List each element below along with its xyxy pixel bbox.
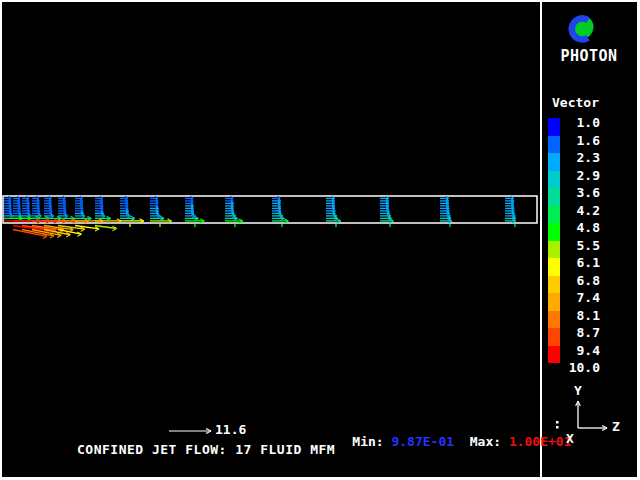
legend-color-block bbox=[548, 223, 560, 241]
legend-color-block bbox=[548, 136, 560, 154]
photon-logo-icon bbox=[563, 11, 597, 45]
legend-color-block bbox=[548, 258, 560, 276]
legend-color-bar bbox=[548, 118, 560, 363]
app-title: PHOTON bbox=[558, 49, 620, 63]
legend-value: 4.8 bbox=[560, 221, 600, 235]
legend-color-block bbox=[548, 276, 560, 294]
max-value: 1.00E+01 bbox=[509, 435, 572, 449]
photon-window: PHOTON Vector 1.01.62.32.93.64.24.85.56.… bbox=[0, 0, 640, 480]
axis-label-z: Z bbox=[612, 420, 626, 434]
legend-value: 7.4 bbox=[560, 291, 600, 305]
legend-color-block bbox=[548, 293, 560, 311]
legend-value: 2.3 bbox=[560, 151, 600, 165]
legend-value: 6.1 bbox=[560, 256, 600, 270]
legend-color-block bbox=[548, 206, 560, 224]
legend-value: 4.2 bbox=[560, 204, 600, 218]
min-label: Min: bbox=[352, 435, 383, 449]
legend-value: 6.8 bbox=[560, 274, 600, 288]
legend-value: 2.9 bbox=[560, 169, 600, 183]
min-value: 9.87E-01 bbox=[391, 435, 454, 449]
legend-title: Vector bbox=[552, 96, 599, 110]
legend-color-block bbox=[548, 241, 560, 259]
legend-value: 10.0 bbox=[560, 361, 600, 375]
legend-value: 5.5 bbox=[560, 239, 600, 253]
legend-color-block bbox=[548, 346, 560, 364]
minmax-readout: Min: 9.87E-01 Max: 1.00E+01 bbox=[321, 421, 572, 463]
axis-label-y: Y bbox=[571, 384, 585, 398]
legend-value: 8.7 bbox=[560, 326, 600, 340]
max-label: Max: bbox=[470, 435, 501, 449]
legend-value: 1.0 bbox=[560, 116, 600, 130]
legend-color-block bbox=[548, 188, 560, 206]
legend-value: 9.4 bbox=[560, 344, 600, 358]
legend-color-block bbox=[548, 118, 560, 136]
legend-color-block bbox=[548, 311, 560, 329]
legend-color-block bbox=[548, 328, 560, 346]
legend-value: 8.1 bbox=[560, 309, 600, 323]
reference-arrow-value: 11.6 bbox=[215, 423, 246, 437]
legend-value: 3.6 bbox=[560, 186, 600, 200]
legend-value: 1.6 bbox=[560, 134, 600, 148]
legend-color-block bbox=[548, 153, 560, 171]
legend-color-block bbox=[548, 171, 560, 189]
plot-title: CONFINED JET FLOW: 17 FLUID MFM bbox=[77, 443, 335, 457]
axis-label-x: X bbox=[566, 432, 580, 446]
